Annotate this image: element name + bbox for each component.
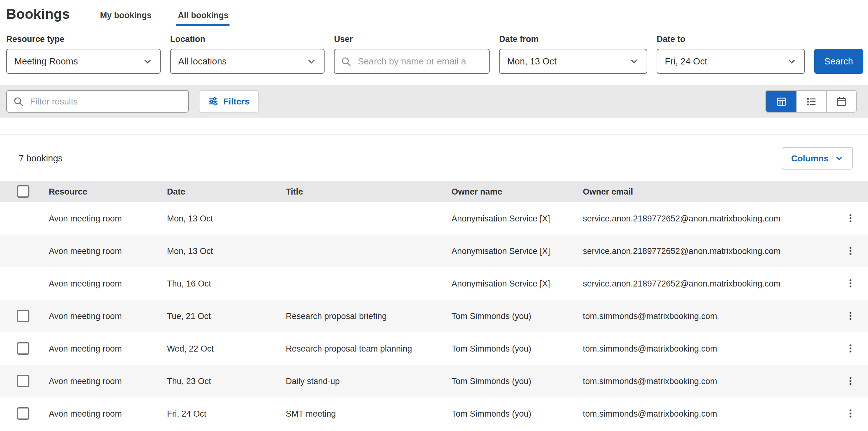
top-bar: Bookings My bookings All bookings <box>0 0 868 26</box>
resource-type-field: Resource type Meeting Rooms <box>6 34 161 74</box>
date-from-value: Mon, 13 Oct <box>507 56 557 66</box>
table-row: Avon meeting room Thu, 16 Oct Anonymisat… <box>0 267 868 300</box>
table-row: Avon meeting room Mon, 13 Oct Anonymisat… <box>0 202 868 235</box>
cell-date: Wed, 22 Oct <box>167 344 286 353</box>
resource-type-value: Meeting Rooms <box>14 56 78 66</box>
date-from-select[interactable]: Mon, 13 Oct <box>499 49 647 74</box>
cell-owner-email: tom.simmonds@matrixbooking.com <box>583 376 833 386</box>
location-label: Location <box>170 34 324 44</box>
cell-owner-name: Anonymisation Service [X] <box>452 214 583 223</box>
header-date: Date <box>167 187 286 196</box>
bookings-page: Bookings My bookings All bookings Resour… <box>0 0 868 431</box>
filters-button-label: Filters <box>223 96 250 106</box>
cell-date: Thu, 16 Oct <box>167 279 286 288</box>
row-checkbox[interactable] <box>17 342 29 355</box>
row-menu-button[interactable] <box>842 405 859 422</box>
search-icon <box>13 96 24 107</box>
results-section: 7 bookings Columns Resource Date Title O… <box>0 134 868 430</box>
resource-type-select[interactable]: Meeting Rooms <box>6 49 161 74</box>
cell-owner-email: service.anon.2189772652@anon.matrixbooki… <box>583 214 833 223</box>
cell-owner-name: Tom Simmonds (you) <box>452 311 583 320</box>
tabs: My bookings All bookings <box>99 9 254 26</box>
row-menu-button[interactable] <box>842 307 859 325</box>
row-checkbox[interactable] <box>17 407 29 420</box>
cell-owner-email: tom.simmonds@matrixbooking.com <box>583 311 833 320</box>
chevron-down-icon <box>143 56 153 66</box>
cell-resource: Avon meeting room <box>49 279 167 288</box>
row-menu-button[interactable] <box>842 210 859 227</box>
select-all-checkbox[interactable] <box>17 185 29 198</box>
table-row: Avon meeting room Fri, 24 Oct SMT meetin… <box>0 397 868 430</box>
header-owner-name: Owner name <box>452 187 583 196</box>
filter-results-input[interactable] <box>29 96 182 107</box>
cell-resource: Avon meeting room <box>49 376 167 386</box>
date-to-field: Date to Fri, 24 Oct <box>657 34 805 74</box>
cell-owner-email: tom.simmonds@matrixbooking.com <box>583 344 833 353</box>
bookings-count: 7 bookings <box>19 153 63 163</box>
cell-owner-email: service.anon.2189772652@anon.matrixbooki… <box>583 279 833 288</box>
date-to-select[interactable]: Fri, 24 Oct <box>657 49 805 74</box>
row-menu-button[interactable] <box>842 372 859 390</box>
cell-resource: Avon meeting room <box>49 409 167 418</box>
filters-button[interactable]: Filters <box>199 90 259 113</box>
date-to-label: Date to <box>657 34 805 44</box>
header-title: Title <box>286 187 452 196</box>
cell-date: Fri, 24 Oct <box>167 409 286 418</box>
row-menu-button[interactable] <box>842 242 859 259</box>
columns-button[interactable]: Columns <box>782 147 853 170</box>
user-field: User <box>334 34 490 74</box>
cell-date: Mon, 13 Oct <box>167 214 286 223</box>
search-icon <box>341 56 351 67</box>
cell-resource: Avon meeting room <box>49 246 167 255</box>
location-value: All locations <box>178 56 227 66</box>
row-menu-button[interactable] <box>842 340 859 357</box>
table-header-row: Resource Date Title Owner name Owner ema… <box>0 181 868 202</box>
resource-type-label: Resource type <box>6 34 161 44</box>
user-search-wrap <box>334 49 490 74</box>
results-header: 7 bookings Columns <box>0 134 868 181</box>
cell-owner-name: Tom Simmonds (you) <box>452 376 583 386</box>
cell-resource: Avon meeting room <box>49 214 167 223</box>
chevron-down-icon <box>306 56 316 66</box>
view-list-button[interactable] <box>796 91 826 112</box>
cell-owner-email: service.anon.2189772652@anon.matrixbooki… <box>583 246 833 255</box>
page-title: Bookings <box>6 6 70 23</box>
view-toggle-group <box>766 90 857 113</box>
tune-icon <box>208 96 218 106</box>
cell-date: Tue, 21 Oct <box>167 311 286 320</box>
row-menu-button[interactable] <box>842 275 859 292</box>
cell-owner-name: Tom Simmonds (you) <box>452 344 583 353</box>
search-button[interactable]: Search <box>814 49 863 74</box>
view-table-button[interactable] <box>766 91 796 112</box>
chevron-down-icon <box>835 154 844 163</box>
cell-title: SMT meeting <box>286 409 452 418</box>
cell-resource: Avon meeting room <box>49 344 167 353</box>
cell-owner-name: Anonymisation Service [X] <box>452 279 583 288</box>
results-toolbar: Filters <box>0 85 868 118</box>
cell-owner-email: tom.simmonds@matrixbooking.com <box>583 409 833 418</box>
date-from-field: Date from Mon, 13 Oct <box>499 34 647 74</box>
header-resource: Resource <box>49 187 167 196</box>
table-row: Avon meeting room Wed, 22 Oct Research p… <box>0 332 868 365</box>
cell-date: Thu, 23 Oct <box>167 376 286 386</box>
tab-all-bookings[interactable]: All bookings <box>177 9 230 26</box>
tab-my-bookings[interactable]: My bookings <box>99 9 153 26</box>
table-view-icon <box>776 96 786 107</box>
cell-owner-name: Tom Simmonds (you) <box>452 409 583 418</box>
cell-title: Research proposal briefing <box>286 311 452 320</box>
cell-title: Daily stand-up <box>286 376 452 386</box>
user-label: User <box>334 34 490 44</box>
filter-results-wrap <box>6 90 189 113</box>
cell-title: Research proposal team planning <box>286 344 452 353</box>
row-checkbox[interactable] <box>17 375 29 387</box>
view-calendar-button[interactable] <box>826 91 856 112</box>
user-search-input[interactable] <box>356 56 483 67</box>
location-field: Location All locations <box>170 34 324 74</box>
row-checkbox[interactable] <box>17 310 29 322</box>
date-to-value: Fri, 24 Oct <box>665 56 707 66</box>
cell-owner-name: Anonymisation Service [X] <box>452 246 583 255</box>
bookings-table: Resource Date Title Owner name Owner ema… <box>0 181 868 430</box>
chevron-down-icon <box>787 56 797 66</box>
location-select[interactable]: All locations <box>170 49 324 74</box>
table-row: Avon meeting room Tue, 21 Oct Research p… <box>0 300 868 332</box>
